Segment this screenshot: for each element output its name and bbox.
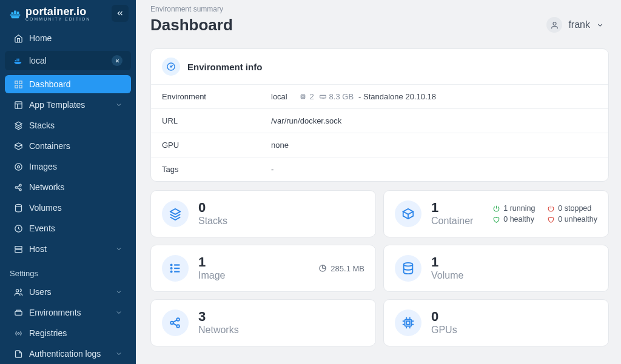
tile-label: Networks [198,325,239,336]
env-info-card: Environment info Environment local 2 8.3… [150,48,609,182]
sidebar-item-networks[interactable]: Networks [5,178,131,196]
svg-point-26 [171,271,172,273]
cpu-icon [395,309,421,336]
tile-count: 0 [198,201,227,214]
layers-icon [13,121,23,130]
list-icon [162,255,189,282]
user-name: frank [568,19,590,30]
tile-label: Volume [431,270,463,281]
database-icon [395,255,421,282]
tile-containers[interactable]: 1 Container 1 running 0 stopped 0 health… [383,190,609,237]
svg-rect-12 [15,246,21,248]
sidebar-label: Events [29,223,55,233]
users-icon [13,287,23,297]
tile-label: Image [198,270,225,281]
sidebar-env-name: local [29,56,47,65]
sidebar-item-auth-logs[interactable]: Authentication logs [5,345,131,363]
env-close-button[interactable] [112,55,123,66]
sidebar-label: Registries [29,328,67,338]
env-row-url: URL /var/run/docker.sock [151,108,608,133]
tile-volumes[interactable]: 1 Volume [383,245,609,292]
power-icon [547,205,555,213]
svg-rect-1 [19,81,21,83]
sidebar-item-containers[interactable]: Containers [5,137,131,155]
sidebar-label: Networks [29,182,64,192]
layers-icon [162,200,189,227]
sidebar-environment-selector[interactable]: local [5,51,131,70]
chevrons-left-icon [116,9,124,18]
gauge-icon [162,58,180,76]
breadcrumb: Environment summary [150,5,609,13]
brand-subtitle: COMMUNITY EDITION [25,17,90,21]
env-info-title: Environment info [187,62,262,72]
brand-logo[interactable]: portainer.io COMMUNITY EDITION [8,5,90,21]
sidebar: portainer.io COMMUNITY EDITION Home loca… [0,0,136,364]
chevron-down-icon [115,288,123,296]
template-icon [13,100,23,110]
sidebar-item-users[interactable]: Users [5,283,131,301]
tile-label: GPUs [431,325,457,336]
env-row-environment: Environment local 2 8.3 GB - Standalone … [151,84,608,108]
sidebar-item-host[interactable]: Host [5,240,131,258]
share-icon [13,182,23,192]
svg-rect-3 [15,85,17,87]
chevron-down-icon [115,101,123,108]
sidebar-item-app-templates[interactable]: App Templates [5,96,131,114]
tile-count: 3 [198,310,239,323]
portainer-logo-icon [8,7,22,20]
sidebar-label: App Templates [29,100,85,110]
sidebar-item-registries[interactable]: Registries [5,324,131,342]
tile-count: 0 [431,310,457,323]
sidebar-item-images[interactable]: Images [5,157,131,176]
sidebar-collapse-button[interactable] [112,5,129,22]
svg-rect-4 [15,101,21,108]
sidebar-label: Users [29,287,52,297]
heart-icon [547,216,555,223]
tile-stacks[interactable]: 0 Stacks [150,190,376,237]
page-title: Dashboard [150,16,233,35]
sidebar-item-environments[interactable]: Environments [5,303,131,322]
chevron-down-icon [596,21,604,29]
svg-rect-2 [19,85,21,87]
docker-icon [13,56,23,65]
file-icon [13,349,23,359]
sidebar-item-home[interactable]: Home [5,29,131,47]
sidebar-section-settings: Settings [0,259,136,282]
svg-rect-13 [15,250,21,252]
hdd-icon [13,308,23,317]
svg-point-6 [17,165,19,168]
tile-count: 1 [431,256,463,269]
sidebar-item-dashboard[interactable]: Dashboard [5,75,131,93]
database-icon [13,203,23,213]
sidebar-label: Home [29,33,52,43]
tile-count: 1 [198,256,225,269]
svg-point-5 [15,163,21,170]
sidebar-item-stacks[interactable]: Stacks [5,116,131,134]
user-menu[interactable]: frank [542,15,609,35]
svg-point-16 [18,333,19,334]
svg-point-31 [404,263,413,266]
server-icon [13,244,23,254]
heart-icon [492,216,500,223]
tile-gpus[interactable]: 0 GPUs [383,299,609,346]
clock-icon [13,223,23,233]
tile-label: Container [431,216,473,227]
svg-point-24 [171,265,172,266]
svg-rect-23 [320,95,326,98]
svg-rect-0 [15,81,17,83]
tile-images[interactable]: 1 Image 285.1 MB [150,245,376,292]
sidebar-item-events[interactable]: Events [5,219,131,237]
sidebar-label: Host [29,244,47,254]
home-icon [13,33,23,43]
cpu-icon: 2 [299,92,314,101]
tile-networks[interactable]: 3 Networks [150,299,376,346]
sidebar-label: Environments [29,308,81,317]
sidebar-label: Dashboard [29,79,71,89]
svg-point-14 [16,289,18,291]
container-status: 1 running 0 stopped 0 healthy 0 unhealth… [492,204,597,223]
sidebar-item-volumes[interactable]: Volumes [5,199,131,217]
sidebar-label: Volumes [29,203,62,213]
share-icon [162,309,189,336]
tile-label: Stacks [198,216,227,227]
svg-rect-22 [302,96,304,98]
